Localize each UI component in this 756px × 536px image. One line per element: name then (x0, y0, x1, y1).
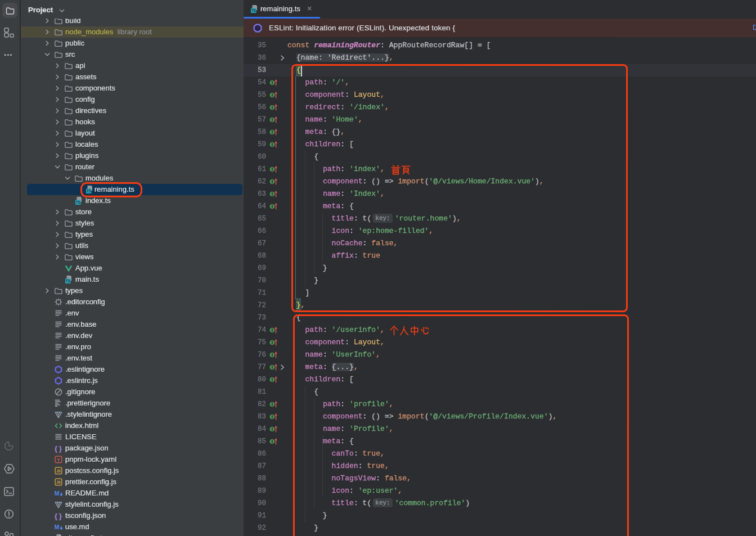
svg-text:{: { (55, 511, 57, 520)
svg-text:JS: JS (56, 469, 61, 473)
svg-text:M: M (55, 524, 60, 530)
svg-text:{: { (55, 444, 57, 452)
svg-text:TS: TS (66, 279, 71, 283)
svg-text:TS: TS (76, 200, 81, 204)
svg-text:M: M (55, 490, 60, 497)
svg-text:JS: JS (56, 480, 61, 484)
svg-text:Y: Y (57, 457, 60, 463)
svg-text:}: } (59, 444, 62, 452)
svg-text:}: } (59, 511, 62, 520)
